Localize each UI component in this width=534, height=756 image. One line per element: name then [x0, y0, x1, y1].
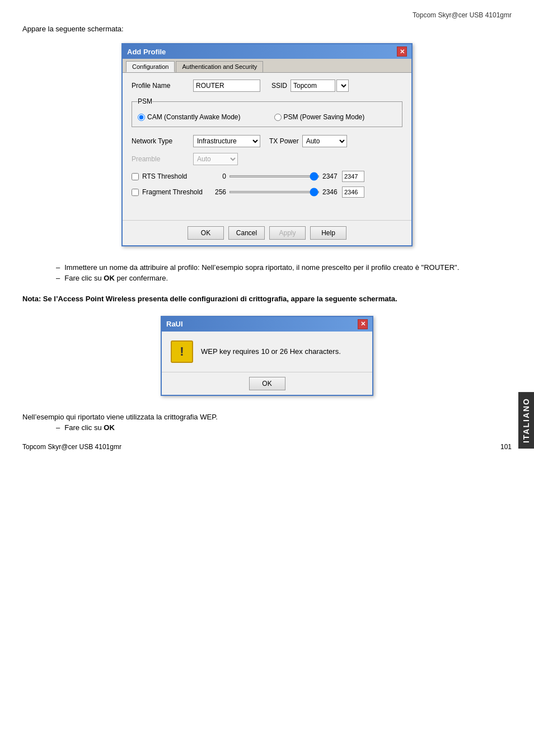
rts-checkbox[interactable]: [132, 173, 139, 180]
preamble-row: Preamble Auto: [132, 153, 402, 165]
preamble-label: Preamble: [132, 155, 193, 163]
cam-label: CAM (Constantly Awake Mode): [147, 113, 241, 121]
apply-button[interactable]: Apply: [269, 226, 306, 240]
rts-threshold-row: RTS Threshold 0 2347: [132, 171, 402, 182]
raui-body: ! WEP key requires 10 or 26 Hex characte…: [162, 332, 372, 372]
cam-radio[interactable]: [138, 114, 145, 121]
network-type-row: Network Type Infrastructure TX Power Aut…: [132, 135, 402, 147]
footer-right: 101: [500, 443, 512, 451]
fragment-threshold-row: Fragment Threshold 256 2346: [132, 186, 402, 198]
raui-message: WEP key requires 10 or 26 Hex characters…: [201, 347, 341, 356]
profile-name-label: Profile Name: [132, 82, 193, 90]
rts-min: 0: [209, 172, 226, 180]
italiano-sidebar: ITALIANO: [518, 392, 534, 449]
rts-label: RTS Threshold: [142, 172, 209, 180]
add-profile-close-button[interactable]: ✕: [397, 46, 407, 57]
bottom-text: Nell’esempio qui riportato viene utilizz…: [22, 413, 512, 421]
page-footer: Topcom Skyr@cer USB 4101gmr 101: [22, 443, 512, 451]
raui-dialog-container: RaUI ✕ ! WEP key requires 10 or 26 Hex c…: [22, 316, 512, 396]
bottom-bullet: – Fare clic su OK: [56, 423, 512, 432]
fragment-label: Fragment Threshold: [142, 188, 209, 196]
bold-note: Nota: Se l’Access Point Wireless present…: [22, 293, 512, 305]
footer-left: Topcom Skyr@cer USB 4101gmr: [22, 443, 121, 451]
raui-titlebar: RaUI ✕: [162, 317, 372, 332]
brand-label: Topcom Skyr@cer USB 4101gmr: [22, 11, 512, 19]
add-profile-dialog: Add Profile ✕ Configuration Authenticati…: [121, 43, 413, 246]
intro-text: Appare la seguente schermata:: [22, 25, 512, 33]
warning-icon: !: [171, 340, 193, 363]
fragment-slider[interactable]: [229, 191, 319, 193]
ssid-input[interactable]: [291, 80, 335, 92]
bullet-dash-1: –: [56, 263, 60, 272]
instruction-list: – Immettere un nome da attribuire al pro…: [56, 263, 512, 282]
ok-button[interactable]: OK: [188, 226, 224, 240]
bullet-text-1: Immettere un nome da attribuire al profi…: [64, 263, 459, 272]
preamble-select[interactable]: Auto: [193, 153, 238, 165]
psm-legend: PSM: [138, 97, 152, 105]
bullet-dash-2: –: [56, 274, 60, 282]
bottom-bullet-text: Fare clic su OK: [64, 423, 115, 432]
tab-authentication-security[interactable]: Authentication and Security: [176, 61, 263, 72]
add-profile-titlebar: Add Profile ✕: [123, 44, 411, 59]
add-profile-footer: OK Cancel Apply Help: [123, 220, 411, 245]
psm-option[interactable]: PSM (Power Saving Mode): [274, 113, 365, 121]
psm-label: PSM (Power Saving Mode): [284, 113, 365, 121]
tx-power-select[interactable]: Auto: [302, 135, 347, 147]
help-button[interactable]: Help: [310, 226, 346, 240]
psm-options: CAM (Constantly Awake Mode) PSM (Power S…: [138, 113, 396, 121]
add-profile-dialog-container: Add Profile ✕ Configuration Authenticati…: [22, 43, 512, 246]
bottom-dash: –: [56, 423, 60, 432]
raui-footer: OK: [162, 372, 372, 395]
cancel-button[interactable]: Cancel: [228, 226, 265, 240]
profile-name-input[interactable]: [193, 80, 260, 92]
tab-configuration[interactable]: Configuration: [126, 61, 175, 72]
tx-power-label: TX Power: [269, 137, 299, 145]
ssid-select[interactable]: [336, 80, 349, 92]
raui-ok-button[interactable]: OK: [249, 377, 285, 390]
profile-name-row: Profile Name SSID: [132, 80, 402, 92]
fragment-checkbox[interactable]: [132, 189, 139, 196]
add-profile-body: Profile Name SSID PSM CAM (Constantly Aw…: [123, 73, 411, 220]
fragment-max: 2346: [322, 188, 342, 196]
psm-radio[interactable]: [274, 114, 282, 121]
cam-option[interactable]: CAM (Constantly Awake Mode): [138, 113, 241, 121]
rts-slider[interactable]: [229, 175, 319, 178]
fragment-value-input[interactable]: [342, 186, 364, 198]
raui-dialog: RaUI ✕ ! WEP key requires 10 or 26 Hex c…: [161, 316, 373, 396]
add-profile-tabs: Configuration Authentication and Securit…: [123, 59, 411, 73]
ssid-label: SSID: [271, 82, 287, 90]
network-type-select[interactable]: Infrastructure: [193, 135, 260, 147]
raui-close-button[interactable]: ✕: [358, 319, 368, 329]
network-type-label: Network Type: [132, 137, 193, 145]
rts-max: 2347: [322, 172, 342, 180]
fragment-min: 256: [209, 188, 226, 196]
bullet-item-2: – Fare clic su OK per confermare.: [56, 274, 512, 282]
add-profile-title: Add Profile: [127, 48, 166, 56]
bullet-item-1: – Immettere un nome da attribuire al pro…: [56, 263, 512, 272]
rts-value-input[interactable]: [342, 171, 364, 182]
bullet-text-2: Fare clic su OK per confermare.: [64, 274, 168, 282]
psm-group: PSM CAM (Constantly Awake Mode) PSM (Pow…: [132, 97, 402, 127]
raui-title: RaUI: [166, 320, 183, 328]
